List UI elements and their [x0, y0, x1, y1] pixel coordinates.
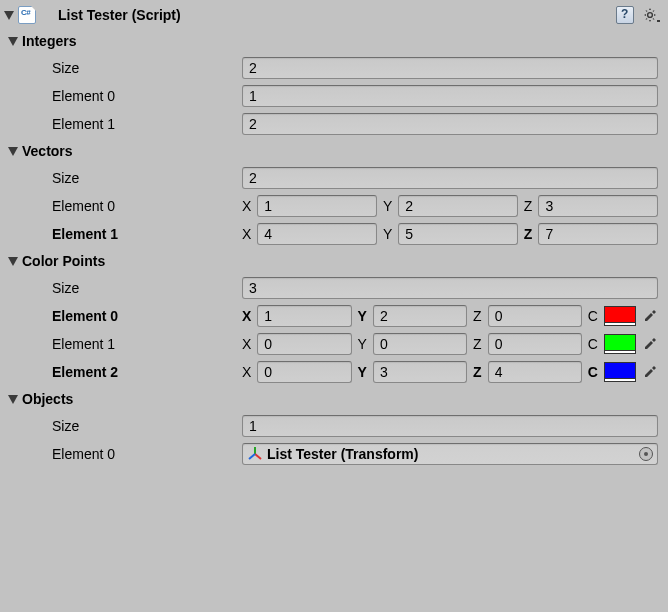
cp-z-input[interactable] — [488, 361, 582, 383]
size-input[interactable] — [242, 167, 658, 189]
list-item: Element 0 X Y Z C — [2, 302, 664, 330]
size-input[interactable] — [242, 277, 658, 299]
gear-icon[interactable] — [642, 6, 660, 24]
svg-point-0 — [648, 13, 653, 18]
inspector-panel: List Tester (Script) Integers Size Eleme… — [0, 0, 668, 470]
cp-y-input[interactable] — [373, 305, 467, 327]
list-item: Element 0 List Tester (Transform) — [2, 440, 664, 468]
size-label: Size — [52, 60, 242, 76]
element-label: Element 0 — [52, 198, 242, 214]
element-label: Element 1 — [52, 226, 242, 242]
vector-x-input[interactable] — [257, 223, 377, 245]
axis-y-label: Y — [383, 198, 392, 214]
color-swatch[interactable] — [604, 334, 636, 354]
axis-x-label: X — [242, 336, 251, 352]
axis-x-label: X — [242, 198, 251, 214]
cp-x-input[interactable] — [257, 361, 351, 383]
size-label: Size — [52, 280, 242, 296]
object-value: List Tester (Transform) — [267, 446, 639, 462]
component-title: List Tester (Script) — [42, 7, 616, 23]
axis-c-label: C — [588, 364, 598, 380]
axis-x-label: X — [242, 226, 251, 242]
vector-y-input[interactable] — [398, 223, 518, 245]
cp-x-input[interactable] — [257, 333, 351, 355]
foldout-icon[interactable] — [8, 257, 18, 266]
size-label: Size — [52, 418, 242, 434]
axis-z-label: Z — [473, 336, 482, 352]
cp-x-input[interactable] — [257, 305, 351, 327]
element-label: Element 0 — [52, 446, 242, 462]
element-label: Element 1 — [52, 116, 242, 132]
axis-y-label: Y — [358, 364, 367, 380]
axis-c-label: C — [588, 336, 598, 352]
element-label: Element 2 — [52, 364, 242, 380]
help-icon[interactable] — [616, 6, 634, 24]
axis-x-label: X — [242, 364, 251, 380]
section-title: Color Points — [22, 253, 105, 269]
color-swatch[interactable] — [604, 306, 636, 326]
section-header-objects[interactable]: Objects — [2, 386, 664, 412]
list-item: Element 0 — [2, 82, 664, 110]
axis-z-label: Z — [473, 308, 482, 324]
section-title: Integers — [22, 33, 76, 49]
cp-z-input[interactable] — [488, 333, 582, 355]
foldout-icon[interactable] — [8, 395, 18, 404]
size-row: Size — [2, 412, 664, 440]
list-item: Element 2 X Y Z C — [2, 358, 664, 386]
element-label: Element 1 — [52, 336, 242, 352]
list-item: Element 1 X Y Z — [2, 220, 664, 248]
section-title: Vectors — [22, 143, 73, 159]
vector-z-input[interactable] — [538, 223, 658, 245]
axis-z-label: Z — [524, 226, 533, 242]
foldout-icon[interactable] — [8, 147, 18, 156]
list-item: Element 1 X Y Z C — [2, 330, 664, 358]
section-header-vectors[interactable]: Vectors — [2, 138, 664, 164]
size-row: Size — [2, 274, 664, 302]
component-header[interactable]: List Tester (Script) — [2, 2, 664, 28]
size-input[interactable] — [242, 57, 658, 79]
eyedropper-icon[interactable] — [642, 308, 658, 324]
list-item: Element 0 X Y Z — [2, 192, 664, 220]
size-row: Size — [2, 54, 664, 82]
vector-z-input[interactable] — [538, 195, 658, 217]
axis-y-label: Y — [358, 308, 367, 324]
object-picker-icon[interactable] — [639, 447, 653, 461]
header-icon-group — [616, 6, 660, 24]
foldout-icon[interactable] — [8, 37, 18, 46]
section-header-color-points[interactable]: Color Points — [2, 248, 664, 274]
axis-x-label: X — [242, 308, 251, 324]
axis-y-label: Y — [358, 336, 367, 352]
element-label: Element 0 — [52, 308, 242, 324]
integer-input[interactable] — [242, 85, 658, 107]
list-item: Element 1 — [2, 110, 664, 138]
cp-y-input[interactable] — [373, 333, 467, 355]
size-input[interactable] — [242, 415, 658, 437]
object-field[interactable]: List Tester (Transform) — [242, 443, 658, 465]
integer-input[interactable] — [242, 113, 658, 135]
section-header-integers[interactable]: Integers — [2, 28, 664, 54]
cp-y-input[interactable] — [373, 361, 467, 383]
element-label: Element 0 — [52, 88, 242, 104]
axis-c-label: C — [588, 308, 598, 324]
axis-y-label: Y — [383, 226, 392, 242]
color-swatch[interactable] — [604, 362, 636, 382]
vector-x-input[interactable] — [257, 195, 377, 217]
foldout-icon[interactable] — [4, 11, 14, 20]
script-icon — [18, 6, 36, 24]
eyedropper-icon[interactable] — [642, 336, 658, 352]
vector-y-input[interactable] — [398, 195, 518, 217]
axis-z-label: Z — [473, 364, 482, 380]
eyedropper-icon[interactable] — [642, 364, 658, 380]
transform-icon — [247, 446, 263, 462]
svg-rect-1 — [657, 20, 660, 22]
size-row: Size — [2, 164, 664, 192]
size-label: Size — [52, 170, 242, 186]
section-title: Objects — [22, 391, 73, 407]
axis-z-label: Z — [524, 198, 533, 214]
cp-z-input[interactable] — [488, 305, 582, 327]
